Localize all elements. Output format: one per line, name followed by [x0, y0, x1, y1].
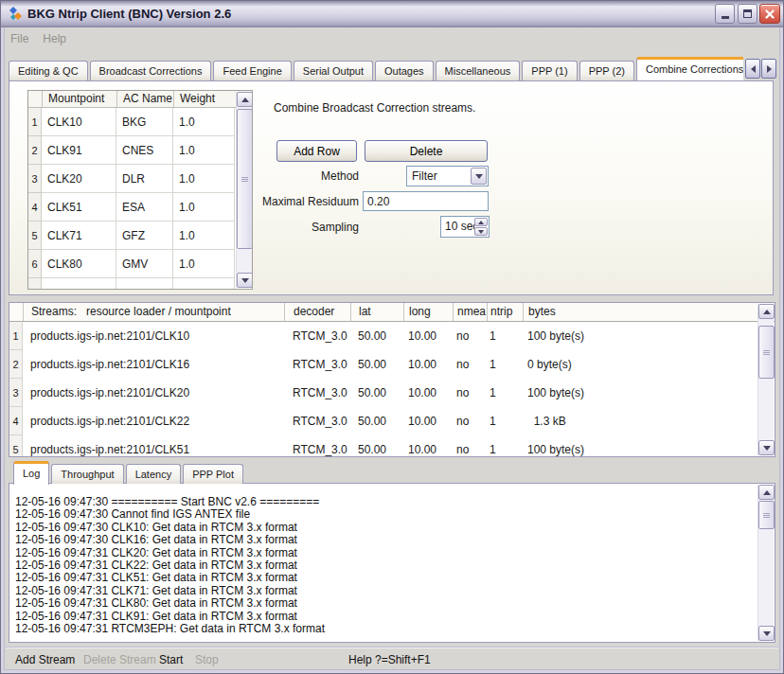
stream-cell: RTCM_3.0: [284, 435, 350, 457]
stream-cell: 10.00: [403, 379, 453, 407]
table-cell[interactable]: CLK10: [42, 108, 116, 136]
column-header-streams[interactable]: Streams: resource loader / mountpoint: [23, 303, 284, 321]
maximal-residuum-input[interactable]: [363, 191, 489, 211]
table-cell[interactable]: ESA: [116, 193, 173, 222]
table-cell[interactable]: CNES: [116, 136, 173, 165]
titlebar[interactable]: BKG Ntrip Client (BNC) Version 2.6: [1, 1, 783, 27]
table-cell[interactable]: CLK71: [42, 222, 116, 250]
tab-scroll-right-button[interactable]: [761, 59, 776, 79]
table-cell[interactable]: GMV: [116, 250, 173, 278]
table-row: 6CLK80GMV1.0: [28, 250, 252, 278]
tab-scroll-left-button[interactable]: [745, 59, 760, 79]
maximize-button[interactable]: [738, 4, 757, 24]
scrollbar-up-button[interactable]: [237, 92, 253, 107]
scrollbar-down-button[interactable]: [758, 440, 775, 455]
tab-outages[interactable]: Outages: [375, 61, 434, 80]
scrollbar-down-button[interactable]: [237, 273, 253, 288]
stream-cell: products.igs-ip.net:2101/CLK22: [23, 407, 284, 435]
stream-cell: 50.00: [350, 322, 403, 350]
tab-ppp-2[interactable]: PPP (2): [579, 61, 634, 80]
method-select[interactable]: Filter: [406, 166, 489, 186]
action-stop: Stop: [195, 653, 219, 666]
table-cell[interactable]: CLK20: [42, 165, 116, 193]
row-header[interactable]: 3: [9, 379, 23, 407]
table-row: 4CLK51ESA1.0: [28, 193, 252, 222]
row-header[interactable]: 5: [28, 222, 42, 250]
column-header-ntrip[interactable]: ntrip: [487, 303, 523, 321]
row-header[interactable]: 1: [28, 108, 42, 136]
row-header[interactable]: 1: [9, 322, 23, 350]
menu-file[interactable]: File: [10, 27, 28, 50]
minimize-button[interactable]: [715, 4, 735, 24]
dropdown-button[interactable]: [471, 168, 487, 185]
table-cell[interactable]: GFZ: [116, 222, 173, 250]
sampling-spinner[interactable]: 10 sec: [440, 216, 490, 238]
column-header-mountpoint[interactable]: Mountpoint: [42, 91, 116, 107]
row-header[interactable]: 5: [9, 435, 23, 457]
table-cell[interactable]: 1.0: [173, 108, 235, 136]
table-cell[interactable]: 1.0: [173, 193, 235, 222]
stream-row[interactable]: 2products.igs-ip.net:2101/CLK16RTCM_3.05…: [9, 350, 775, 379]
column-header-long[interactable]: long: [403, 303, 453, 321]
tab-ppp-plot[interactable]: PPP Plot: [183, 464, 243, 484]
stream-cell: RTCM_3.0: [284, 350, 350, 379]
scrollbar-up-button[interactable]: [758, 485, 775, 500]
column-header-ac-name[interactable]: AC Name: [116, 91, 173, 107]
table-cell[interactable]: 1.0: [173, 136, 235, 165]
combine-table-scrollbar[interactable]: [236, 92, 252, 288]
tab-latency[interactable]: Latency: [126, 464, 182, 484]
stream-row[interactable]: 4products.igs-ip.net:2101/CLK22RTCM_3.05…: [9, 407, 775, 435]
delete-button[interactable]: Delete: [365, 140, 488, 162]
scrollbar-thumb[interactable]: [758, 501, 775, 529]
column-header-lat[interactable]: lat: [350, 303, 403, 321]
table-cell[interactable]: 1.0: [173, 222, 235, 250]
tab-combine-corrections[interactable]: Combine Corrections: [636, 57, 743, 80]
close-button[interactable]: [759, 4, 780, 24]
column-header-decoder[interactable]: decoder: [284, 303, 350, 321]
stream-row[interactable]: 3products.igs-ip.net:2101/CLK20RTCM_3.05…: [9, 379, 775, 407]
tab-miscellaneous[interactable]: Miscellaneous: [436, 61, 521, 80]
tab-broadcast-corrections[interactable]: Broadcast Corrections: [90, 61, 212, 80]
stream-row[interactable]: 5products.igs-ip.net:2101/CLK51RTCM_3.05…: [9, 435, 775, 457]
table-cell[interactable]: BKG: [116, 108, 173, 136]
tab-throughput[interactable]: Throughput: [51, 464, 123, 484]
scrollbar-up-button[interactable]: [758, 304, 775, 319]
action-add-stream[interactable]: Add Stream: [15, 653, 75, 666]
row-header[interactable]: 2: [9, 350, 23, 379]
log-output[interactable]: 12-05-16 09:47:30 ========== Start BNC v…: [9, 484, 775, 635]
scrollbar-thumb[interactable]: [758, 326, 775, 379]
table-row: 2CLK91CNES1.0: [28, 136, 252, 165]
table-cell[interactable]: 1.0: [173, 250, 235, 278]
stream-cell: 0 byte(s): [523, 350, 759, 379]
tab-feed-engine[interactable]: Feed Engine: [213, 61, 291, 80]
spinner-up-button[interactable]: [474, 218, 488, 226]
column-header-bytes[interactable]: bytes: [523, 303, 759, 321]
streams-scrollbar[interactable]: [757, 304, 774, 455]
row-header[interactable]: 4: [9, 407, 23, 435]
row-header[interactable]: 4: [28, 193, 42, 222]
scrollbar-down-button[interactable]: [758, 626, 775, 641]
tab-editing-qc[interactable]: Editing & QC: [9, 61, 88, 80]
spinner-down-button[interactable]: [474, 227, 488, 236]
down-arrow-icon: [763, 631, 771, 636]
tab-ppp-1[interactable]: PPP (1): [522, 61, 577, 80]
column-header-nmea[interactable]: nmea: [453, 303, 487, 321]
table-cell[interactable]: CLK51: [42, 193, 116, 222]
stream-row[interactable]: 1products.igs-ip.net:2101/CLK10RTCM_3.05…: [9, 322, 775, 350]
row-header[interactable]: 3: [28, 165, 42, 193]
stream-cell: 10.00: [403, 407, 453, 435]
table-cell[interactable]: CLK80: [42, 250, 116, 278]
row-header[interactable]: 6: [28, 250, 42, 278]
table-cell[interactable]: DLR: [116, 165, 173, 193]
column-header-weight[interactable]: Weight: [173, 91, 235, 107]
table-cell[interactable]: 1.0: [173, 165, 235, 193]
add-row-button[interactable]: Add Row: [276, 140, 357, 162]
left-arrow-icon: [751, 65, 756, 73]
tab-log[interactable]: Log: [13, 461, 49, 485]
tab-serial-output[interactable]: Serial Output: [294, 61, 373, 80]
row-header[interactable]: 2: [28, 136, 42, 165]
menu-help[interactable]: Help: [43, 27, 66, 50]
log-scrollbar[interactable]: [757, 485, 774, 641]
table-cell[interactable]: CLK91: [42, 136, 116, 165]
action-start[interactable]: Start: [159, 653, 183, 666]
